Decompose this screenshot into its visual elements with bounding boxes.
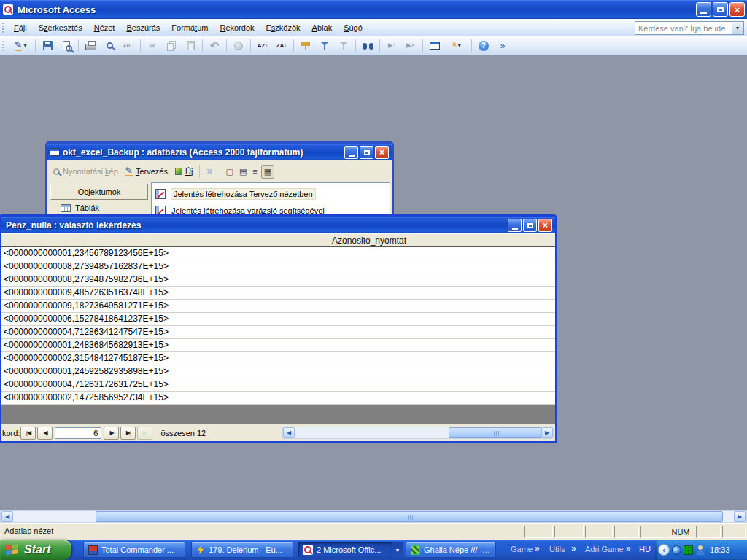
table-row[interactable]: <0000000000009,48572635163748E+15> <box>1 287 555 300</box>
next-record-button[interactable]: ▶ <box>104 427 119 440</box>
sort-descending-button[interactable]: ZA↓ <box>273 38 290 54</box>
delete-record-button[interactable]: ▶× <box>402 38 419 54</box>
find-button[interactable] <box>359 38 376 54</box>
database-window-titlebar[interactable]: okt_excel_Backup : adatbázis (Access 200… <box>47 144 392 160</box>
toolbar-options-button[interactable]: » <box>494 38 511 54</box>
scroll-right-icon[interactable]: ▶ <box>541 427 553 438</box>
new-object-button[interactable]: *▾ <box>445 38 468 54</box>
main-scrollbar-thumb[interactable] <box>96 511 723 522</box>
objects-header-button[interactable]: Objektumok <box>50 184 148 200</box>
hyperlink-button[interactable] <box>230 38 247 54</box>
apply-filter-button[interactable] <box>335 38 352 54</box>
db-print-preview-button[interactable]: Nyomtatási kép <box>50 166 121 177</box>
table-row[interactable]: <0000000000008,27394857162837E+15> <box>1 260 555 273</box>
language-indicator[interactable]: HU <box>639 545 651 553</box>
table-row[interactable]: <0000000000001,23456789123456E+15> <box>1 247 555 260</box>
quicklaunch-adri-game[interactable]: Adri Game <box>585 545 624 553</box>
list-item-report-design[interactable]: Jelentés létrehozása Tervező nézetben <box>153 185 388 202</box>
menu-fajl[interactable]: Fájl <box>8 20 33 35</box>
table-row[interactable]: <0000000000008,27394875982736E+15> <box>1 273 555 287</box>
start-button[interactable]: Start <box>0 540 71 560</box>
taskbar-item-total-commander[interactable]: Total Commander ... <box>83 542 185 558</box>
menu-rekordok[interactable]: Rekordok <box>214 20 260 35</box>
close-button[interactable]: × <box>729 2 745 17</box>
query-maximize-button[interactable] <box>523 219 537 232</box>
undo-button[interactable]: ↶ <box>206 38 223 54</box>
table-row[interactable]: <0000000000004,71263172631725E+15> <box>1 378 555 392</box>
print-preview-button[interactable] <box>101 38 118 54</box>
new-object-dropdown-icon[interactable]: ▾ <box>458 42 461 49</box>
db-maximize-button[interactable] <box>360 146 374 159</box>
view-dropdown-icon[interactable]: ▾ <box>23 42 26 49</box>
quicklaunch-utils-chevron-icon[interactable]: » <box>571 543 576 553</box>
database-window-button[interactable] <box>426 38 444 54</box>
spelling-button[interactable]: ABC <box>120 38 137 54</box>
file-search-button[interactable] <box>58 38 75 54</box>
menu-ablak[interactable]: Ablak <box>306 20 338 35</box>
table-row[interactable]: <0000000000001,24592582935898E+15> <box>1 365 555 378</box>
db-minimize-button[interactable] <box>344 146 358 159</box>
record-number-input[interactable] <box>55 427 101 439</box>
query-window-titlebar[interactable]: Penz_nulla : választó lekérdezés × <box>1 217 555 233</box>
restore-button[interactable] <box>713 2 728 17</box>
quicklaunch-game-chevron-icon[interactable]: » <box>535 543 540 553</box>
taskbar-group-arrow-icon[interactable]: ▼ <box>392 542 403 558</box>
cut-button[interactable]: ✂ <box>144 38 161 54</box>
quicklaunch-utils[interactable]: Utils <box>549 545 565 553</box>
menu-eszkozok[interactable]: Eszközök <box>260 20 306 35</box>
table-row[interactable]: <0000000000001,24836845682913E+15> <box>1 339 555 352</box>
paste-button[interactable] <box>182 38 199 54</box>
menu-formatum[interactable]: Formátum <box>166 20 214 35</box>
query-close-button[interactable]: × <box>538 219 552 232</box>
db-close-button[interactable]: × <box>375 146 389 159</box>
table-row[interactable]: <0000000000002,31548412745187E+15> <box>1 352 555 365</box>
db-design-button[interactable]: ✎ Tervezés <box>123 166 171 178</box>
menu-beszuras[interactable]: Beszúrás <box>120 20 166 35</box>
table-row[interactable]: <0000000000002,14725856952734E+15> <box>1 392 555 405</box>
quicklaunch-adri-chevron-icon[interactable]: » <box>626 543 631 553</box>
copy-button[interactable] <box>163 38 180 54</box>
taskbar-item-winamp[interactable]: 179. Delerium - Eu... <box>191 542 293 558</box>
assistant-dropdown-icon[interactable]: ▾ <box>732 23 743 34</box>
menu-sugo[interactable]: Súgó <box>338 20 368 35</box>
tray-chevron-icon[interactable]: ‹ <box>658 544 670 556</box>
new-record-nav-button[interactable]: ▶* <box>137 427 152 440</box>
first-record-button[interactable]: |◀ <box>20 427 36 440</box>
table-row[interactable]: <0000000000009,18273649581271E+15> <box>1 300 555 313</box>
menubar-grip[interactable] <box>2 23 4 33</box>
column-header-azonosito-nyomtat[interactable]: Azonosito_nyomtat <box>1 233 555 247</box>
menu-nezet[interactable]: Nézet <box>88 20 121 35</box>
view-button[interactable]: ✎▾ <box>9 38 32 54</box>
filter-by-form-button[interactable] <box>316 38 333 54</box>
toolbar-grip[interactable] <box>2 41 4 51</box>
tray-user-icon[interactable] <box>695 545 705 555</box>
taskbar-item-microsoft-office[interactable]: 2 Microsoft Offic... <box>298 542 392 558</box>
previous-record-button[interactable]: ◀ <box>37 427 53 440</box>
db-large-icons-button[interactable]: ▢ <box>224 166 236 178</box>
help-button[interactable]: ? <box>475 38 492 54</box>
db-delete-button[interactable]: × <box>204 166 215 177</box>
db-small-icons-button[interactable]: ▤ <box>237 166 249 178</box>
save-button[interactable] <box>39 38 56 54</box>
query-minimize-button[interactable] <box>508 219 522 232</box>
last-record-button[interactable]: ▶| <box>120 427 136 440</box>
main-horizontal-scrollbar[interactable]: ◀ ▶ <box>0 510 747 523</box>
sort-ascending-button[interactable]: AZ↓ <box>254 38 271 54</box>
quicklaunch-game[interactable]: Game <box>511 545 533 553</box>
table-row[interactable]: <0000000000004,71286341247547E+15> <box>1 326 555 339</box>
new-record-button[interactable]: ▶* <box>383 38 400 54</box>
db-new-button[interactable]: Új <box>172 166 196 177</box>
db-list-view-button[interactable]: ≡ <box>250 166 259 177</box>
taskbar-item-ghalla-nepe[interactable]: Ghalla Népe /// - M... <box>406 542 496 558</box>
main-scroll-right-icon[interactable]: ▶ <box>734 511 746 522</box>
menu-szerkesztes[interactable]: Szerkesztés <box>33 20 88 35</box>
scroll-left-icon[interactable]: ◀ <box>283 427 295 438</box>
minimize-button[interactable] <box>696 2 711 17</box>
table-row[interactable]: <0000000000006,15278418641237E+15> <box>1 313 555 326</box>
tray-green-app-icon[interactable] <box>684 545 693 555</box>
query-scrollbar-thumb[interactable] <box>449 427 542 438</box>
tray-globe-icon[interactable] <box>672 545 681 555</box>
filter-by-selection-button[interactable] <box>297 38 314 54</box>
objects-item-tablak[interactable]: Táblák <box>50 200 148 216</box>
db-details-view-button[interactable]: ▦ <box>261 165 274 179</box>
